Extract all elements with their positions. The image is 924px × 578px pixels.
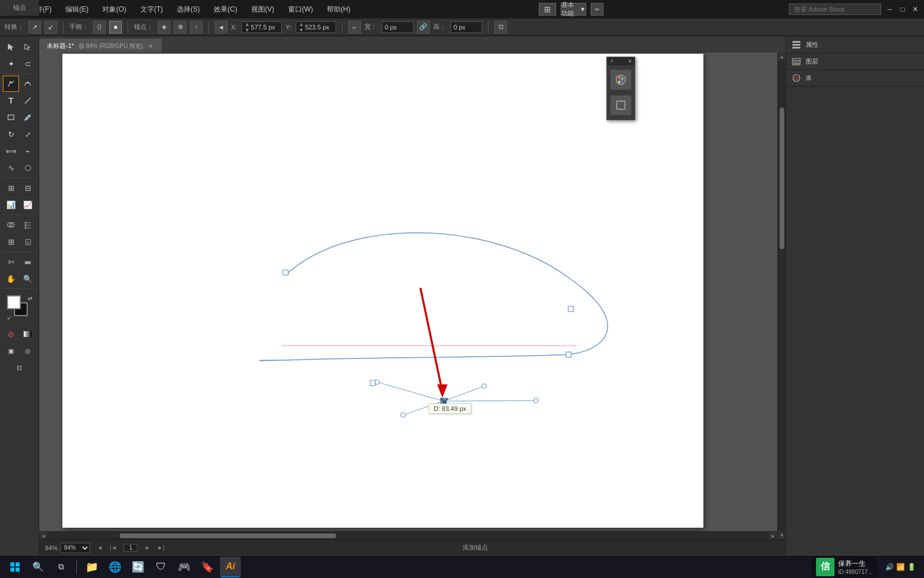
- anchor-rt[interactable]: [568, 306, 573, 312]
- page-prev-btn[interactable]: ◄: [97, 544, 103, 551]
- menu-select[interactable]: 选择(S): [173, 3, 203, 16]
- handle-point-1[interactable]: [482, 384, 486, 388]
- blob-tool[interactable]: ⬡: [20, 160, 36, 176]
- arrange-btn[interactable]: 基本功能 ▼: [561, 3, 586, 16]
- w-value-field[interactable]: 0 px: [382, 21, 413, 33]
- y-value-field[interactable]: ▲▼ 523.5 px: [296, 21, 336, 33]
- scroll-left-btn[interactable]: ◄: [39, 532, 47, 540]
- h-scroll-track[interactable]: [47, 532, 769, 539]
- artboard-panel-btn[interactable]: [610, 95, 631, 115]
- lasso-tool[interactable]: ⊂: [20, 55, 36, 72]
- maximize-btn[interactable]: □: [899, 5, 907, 13]
- zoom-tool[interactable]: 🔍: [20, 271, 36, 287]
- magic-wand-tool[interactable]: ✦: [3, 55, 19, 72]
- menu-view[interactable]: 视图(V): [248, 3, 278, 16]
- slice-tool[interactable]: ⊟: [20, 180, 36, 196]
- zoom-select[interactable]: 84% 100% 50%: [60, 543, 90, 553]
- y-up-arrow[interactable]: ▲▼: [299, 21, 304, 33]
- direct-select-tool[interactable]: [20, 39, 36, 55]
- minimize-btn[interactable]: ─: [886, 5, 894, 13]
- grid-view-btn[interactable]: ⊞: [539, 3, 556, 16]
- tray-icon3[interactable]: 🔋: [907, 563, 916, 571]
- anchor-hide-btn[interactable]: ⊕: [174, 21, 187, 34]
- v-scroll-track[interactable]: [778, 61, 785, 531]
- rotate-tool[interactable]: ↻: [3, 126, 19, 142]
- width-tool[interactable]: ⟺: [3, 143, 19, 159]
- rect-tool[interactable]: [3, 109, 19, 125]
- eyedropper-tool[interactable]: 💉: [20, 109, 36, 125]
- menu-text[interactable]: 文字(T): [137, 3, 166, 16]
- h-scroll-thumb[interactable]: [120, 533, 336, 538]
- x-up-arrow[interactable]: ▲▼: [244, 21, 249, 33]
- menu-help[interactable]: 帮助(H): [323, 3, 354, 16]
- shape-builder-tool[interactable]: [3, 217, 19, 233]
- menu-object[interactable]: 对象(O): [99, 3, 129, 16]
- convert-anchor-btn2[interactable]: ↙: [44, 21, 57, 34]
- foreground-color-swatch[interactable]: [7, 295, 21, 309]
- scissors-tool[interactable]: ✄: [3, 254, 19, 270]
- tray-icon1[interactable]: 🔊: [885, 563, 894, 571]
- page-first-btn[interactable]: |◄: [110, 544, 117, 551]
- convert-anchor-btn1[interactable]: ↗: [28, 21, 41, 34]
- graph-bar-tool[interactable]: 📈: [20, 197, 36, 213]
- mesh-tool[interactable]: ⊞: [3, 234, 19, 250]
- hand-tool[interactable]: ✋: [3, 271, 19, 287]
- select-tool[interactable]: [3, 39, 19, 55]
- handle-point-4[interactable]: [401, 413, 405, 417]
- change-screen-btn[interactable]: ⊡: [12, 360, 28, 376]
- menu-edit[interactable]: 编辑(E): [62, 3, 92, 16]
- close-btn[interactable]: ✕: [911, 5, 919, 13]
- taskbar-game-btn[interactable]: 🎮: [174, 557, 195, 577]
- transform-btn[interactable]: ⊡: [494, 21, 507, 34]
- gradient-btn[interactable]: [20, 326, 36, 342]
- anchor-smooth-btn[interactable]: ↕: [190, 21, 203, 34]
- text-tool[interactable]: T: [3, 92, 19, 109]
- taskbar-ai-btn[interactable]: Ai: [220, 557, 241, 577]
- warp-tool[interactable]: ⌁: [20, 143, 36, 159]
- swap-colors-btn[interactable]: ⇄: [28, 295, 32, 302]
- properties-panel-btn[interactable]: 属性: [786, 36, 924, 53]
- scale-tool[interactable]: ⤢: [20, 126, 36, 142]
- curvature-tool[interactable]: [20, 76, 36, 92]
- stock-search-input[interactable]: [789, 3, 881, 15]
- mini-panel-close[interactable]: ✕: [628, 58, 632, 64]
- arrow-left-btn[interactable]: ◄: [215, 21, 228, 34]
- layers-panel-btn[interactable]: 图层: [786, 53, 924, 70]
- taskbar-shield-btn[interactable]: 🛡: [151, 557, 172, 577]
- page-number-input[interactable]: 1: [124, 544, 137, 551]
- v-scrollbar[interactable]: ▲ ▼: [777, 53, 785, 539]
- menu-window[interactable]: 窗口(W): [285, 3, 316, 16]
- brush-btn[interactable]: ✏: [591, 3, 603, 16]
- corner-btn[interactable]: ⌐: [348, 21, 361, 34]
- freeform-tool[interactable]: ∿: [3, 160, 19, 176]
- taskbar-folder-btn[interactable]: 📁: [81, 557, 102, 577]
- anchor-rb[interactable]: [566, 352, 571, 357]
- taskbar-browser-btn[interactable]: 🌐: [105, 557, 125, 577]
- color-panel-btn[interactable]: [610, 70, 631, 90]
- h-scrollbar[interactable]: ◄ ►: [39, 531, 777, 539]
- scroll-right-btn[interactable]: ►: [769, 532, 777, 540]
- document-canvas[interactable]: D: 83.49 px: [62, 54, 703, 528]
- h-value-field[interactable]: 0 px: [450, 21, 482, 33]
- graph-col-tool[interactable]: 📊: [3, 197, 19, 213]
- start-btn[interactable]: [5, 557, 25, 577]
- x-value-field[interactable]: ▲▼ 577.5 px: [241, 21, 282, 33]
- taskbar-task-view-btn[interactable]: ⧉: [51, 557, 72, 577]
- gradient-tool[interactable]: ◱: [20, 234, 36, 250]
- stroke-color-btn[interactable]: ◎: [20, 343, 36, 359]
- mini-panel-expand[interactable]: ↗: [609, 58, 614, 64]
- scroll-up-btn[interactable]: ▲: [778, 53, 785, 61]
- v-scroll-thumb[interactable]: [780, 108, 784, 249]
- document-tab[interactable]: 未标题-1* @ 84% (RGB/GPU 预览) ✕: [39, 39, 162, 53]
- taskbar-search-btn[interactable]: 🔍: [28, 557, 49, 577]
- fill-color-btn[interactable]: ▣: [3, 343, 19, 359]
- default-colors-btn[interactable]: ↙: [7, 314, 12, 321]
- none-fill-btn[interactable]: ⊘: [3, 326, 19, 342]
- pen-tool[interactable]: [3, 76, 19, 92]
- anchor-lt[interactable]: [283, 270, 288, 275]
- canvas-area[interactable]: 未标题-1* @ 84% (RGB/GPU 预览) ✕: [39, 36, 785, 555]
- anchor-left[interactable]: [370, 380, 375, 386]
- eraser-tool[interactable]: [20, 254, 36, 270]
- scroll-down-btn[interactable]: ▼: [778, 531, 785, 539]
- handle-btn1[interactable]: ⟨⟩: [93, 21, 106, 34]
